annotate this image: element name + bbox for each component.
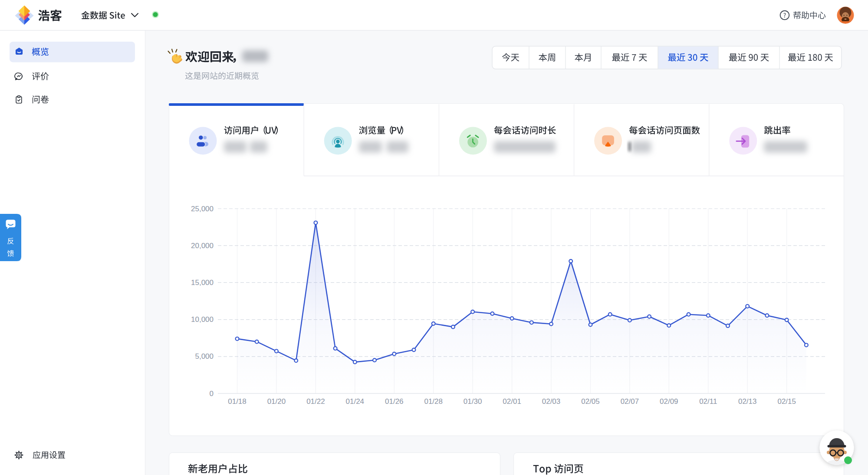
svg-text:01/28: 01/28 — [424, 397, 443, 406]
svg-text:01/20: 01/20 — [267, 397, 286, 406]
svg-text:02/09: 02/09 — [660, 397, 678, 406]
svg-text:20,000: 20,000 — [191, 242, 214, 250]
svg-text:01/24: 01/24 — [346, 397, 365, 406]
svg-text:5,000: 5,000 — [195, 352, 214, 360]
svg-text:01/18: 01/18 — [228, 397, 247, 406]
svg-text:02/15: 02/15 — [777, 397, 796, 406]
svg-text:02/07: 02/07 — [621, 397, 639, 406]
svg-text:02/13: 02/13 — [738, 397, 757, 406]
svg-text:02/05: 02/05 — [581, 397, 600, 406]
svg-text:02/01: 02/01 — [503, 397, 521, 406]
svg-text:01/22: 01/22 — [306, 397, 325, 406]
svg-text:0: 0 — [210, 390, 214, 398]
svg-text:10,000: 10,000 — [191, 315, 214, 324]
svg-text:02/03: 02/03 — [542, 397, 561, 406]
svg-text:15,000: 15,000 — [191, 278, 214, 287]
svg-text:25,000: 25,000 — [191, 205, 214, 213]
svg-text:01/30: 01/30 — [464, 397, 482, 406]
svg-text:01/26: 01/26 — [385, 397, 404, 406]
svg-text:02/11: 02/11 — [699, 397, 717, 406]
